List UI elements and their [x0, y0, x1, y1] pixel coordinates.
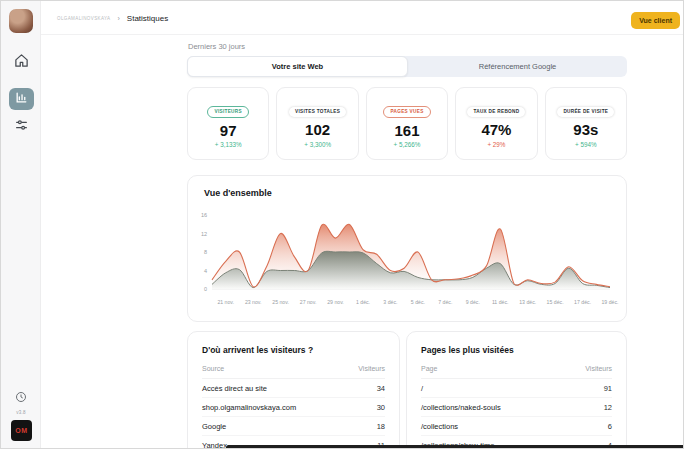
breadcrumb-root[interactable]: olgamalinovskaya: [57, 16, 111, 21]
home-icon: [14, 53, 29, 72]
svg-text:7 déc.: 7 déc.: [438, 299, 452, 305]
svg-text:19 déc.: 19 déc.: [601, 299, 618, 305]
sidebar-item-home[interactable]: [12, 53, 30, 71]
stat-card-label: TAUX DE REBOND: [467, 107, 525, 117]
table-title: Pages les plus visitées: [421, 345, 612, 355]
period-label: Derniers 30 jours: [188, 42, 245, 51]
stat-card-visiteurs: VISITEURS 97 + 3,133%: [187, 87, 269, 160]
svg-text:3 déc.: 3 déc.: [383, 299, 397, 305]
stat-card-visites-totales: VISITES TOTALES 102 + 3,300%: [276, 87, 358, 160]
svg-text:9 déc.: 9 déc.: [466, 299, 480, 305]
statistics-dashboard: v3.8 OM olgamalinovskaya › Statistiques …: [0, 0, 684, 449]
table-card-pages: Pages les plus visitées PageVisiteurs /9…: [406, 331, 627, 449]
vue-client-button[interactable]: Vue client: [631, 12, 680, 29]
svg-text:0: 0: [204, 286, 207, 292]
svg-text:29 nov.: 29 nov.: [327, 299, 344, 305]
site-tabs: Votre site WebRéférencement Google: [187, 56, 627, 77]
svg-text:17 déc.: 17 déc.: [574, 299, 591, 305]
stat-card-pages-vues: PAGES VUES 161 + 5,266%: [366, 87, 448, 160]
breadcrumb-current: Statistiques: [127, 14, 168, 23]
table-row[interactable]: /collections6: [421, 417, 612, 436]
svg-text:11 déc.: 11 déc.: [492, 299, 509, 305]
sidebar-item-flows[interactable]: [12, 118, 30, 134]
chevron-right-icon: ›: [118, 15, 120, 22]
svg-text:21 nov.: 21 nov.: [217, 299, 234, 305]
svg-text:5 déc.: 5 déc.: [411, 299, 425, 305]
svg-text:13 déc.: 13 déc.: [519, 299, 536, 305]
chart-title: Vue d'ensemble: [204, 188, 272, 198]
stat-card-delta: + 5,266%: [367, 141, 447, 148]
svg-text:23 nov.: 23 nov.: [245, 299, 262, 305]
overview-area-chart[interactable]: 048121621 nov.23 nov.25 nov.27 nov.29 no…: [196, 205, 620, 317]
stat-card-delta: + 3,133%: [188, 141, 268, 148]
tab-referencement-google[interactable]: Référencement Google: [408, 56, 627, 77]
svg-text:15 déc.: 15 déc.: [547, 299, 564, 305]
overview-chart-card: Vue d'ensemble 048121621 nov.23 nov.25 n…: [187, 175, 627, 322]
svg-text:16: 16: [201, 212, 207, 218]
horizontal-scrollbar[interactable]: [226, 445, 684, 449]
sidebar: v3.8 OM: [1, 1, 41, 448]
stat-card-duree-de-visite: DURÉE DE VISITE 93s + 594%: [545, 87, 627, 160]
stat-card-delta: + 594%: [546, 141, 626, 148]
stats-chart-icon: [15, 90, 28, 108]
svg-text:25 nov.: 25 nov.: [272, 299, 289, 305]
sidebar-item-statistics[interactable]: [9, 88, 34, 110]
stat-card-label: VISITEURS: [207, 106, 248, 118]
table-row[interactable]: /91: [421, 379, 612, 398]
table-header: SourceVisiteurs: [202, 365, 385, 379]
table-title: D'où arrivent les visiteurs ?: [202, 345, 385, 355]
table-header: PageVisiteurs: [421, 365, 612, 379]
svg-text:12: 12: [201, 231, 207, 237]
help-clock-icon: [15, 389, 27, 407]
table-row[interactable]: shop.olgamalinovskaya.com30: [202, 398, 385, 417]
sliders-icon: [15, 117, 28, 135]
stat-card-value: 161: [367, 123, 447, 140]
stat-card-label: DURÉE DE VISITE: [557, 107, 614, 117]
table-row[interactable]: Google18: [202, 417, 385, 436]
svg-text:8: 8: [204, 249, 207, 255]
table-card-sources: D'où arrivent les visiteurs ? SourceVisi…: [187, 331, 400, 449]
stat-card-value: 93s: [546, 122, 626, 139]
user-avatar[interactable]: [9, 9, 33, 33]
app-version: v3.8: [1, 410, 41, 415]
table-row[interactable]: /collections/naked-souls12: [421, 398, 612, 417]
stat-card-value: 97: [188, 123, 268, 140]
stat-card-delta: + 3,300%: [277, 141, 357, 148]
svg-text:27 nov.: 27 nov.: [300, 299, 317, 305]
tab-votre-site-web[interactable]: Votre site Web: [187, 56, 408, 77]
table-row[interactable]: Accès direct au site34: [202, 379, 385, 398]
stat-card-label: PAGES VUES: [383, 106, 430, 118]
svg-text:4: 4: [204, 268, 207, 274]
svg-text:1 déc.: 1 déc.: [356, 299, 370, 305]
sidebar-item-help[interactable]: [14, 391, 28, 405]
breadcrumb: olgamalinovskaya › Statistiques: [57, 1, 168, 35]
stat-card-taux-de-rebond: TAUX DE REBOND 47% + 29%: [455, 87, 537, 160]
stat-card-value: 102: [277, 122, 357, 139]
stat-card-delta: + 29%: [456, 141, 536, 148]
top-header: olgamalinovskaya › Statistiques Vue clie…: [41, 1, 683, 35]
stat-card-value: 47%: [456, 122, 536, 139]
stat-card-label: VISITES TOTALES: [289, 107, 346, 117]
stat-cards-row: VISITEURS 97 + 3,133% VISITES TOTALES 10…: [187, 87, 627, 160]
brand-logo[interactable]: OM: [11, 420, 32, 441]
